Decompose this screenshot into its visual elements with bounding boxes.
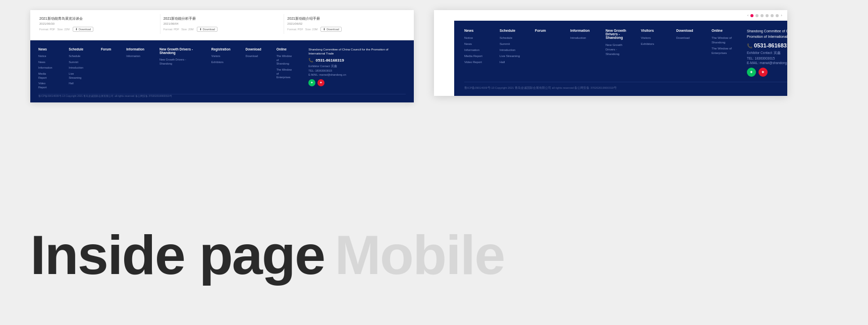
fp-large-download-item: Download (676, 36, 701, 40)
fp-nav-col-online: Online The Window ofShandong The Window … (277, 47, 294, 90)
fp-nav-heading-online: Online (277, 47, 294, 51)
fp-large-growth-item: New Growth Drivers - Shandong (606, 43, 631, 57)
fp-nav-news: News (38, 61, 53, 65)
download-btn-1[interactable]: ⬇ Download (73, 27, 93, 32)
fp-large-col-schedule: Schedule Schedule Summit Introduction Li… (500, 29, 525, 77)
fp-nav-window-ent: The Window ofEnterprises (277, 68, 294, 80)
fp-large-intro: Introduction (500, 48, 525, 52)
fp-large-exhibitor-contact: Exhibitor Contact: 宾鑫 (747, 51, 787, 56)
fp-nav-heading-info: Information (126, 47, 144, 51)
fp-nav-heading-forum: Forum (101, 47, 111, 51)
fp-large-weibo-btn[interactable]: ✦ (758, 68, 768, 77)
fp-nav-col-growth: New Growth Drivers -Shandong New Growth … (159, 47, 196, 90)
fp-large-heading-online: Online (712, 29, 737, 32)
card-title-3: 2021新动能介绍手册 (287, 16, 405, 21)
fp-right-contact: Shandong Committee of China Council for … (308, 47, 406, 90)
fp-nav-notice: Notice (38, 55, 53, 59)
mobile-label: Mobile (335, 223, 504, 287)
left-footer-preview: News Notice News Information Media Repor… (30, 40, 414, 102)
fp-nav-col-info: Information Information (126, 47, 144, 90)
fp-nav-exhibitors: Exhibitors (211, 61, 231, 65)
fp-large-wechat-btn[interactable]: ✦ (747, 68, 756, 77)
fp-large-info-item: Introduction (570, 36, 595, 40)
fp-nav-video: Video Report (38, 82, 53, 89)
fp-large-heading-news: News (464, 29, 490, 32)
inside-page-label: Inside page (30, 223, 324, 287)
download-icon-2: ⬇ (199, 28, 202, 31)
download-cards-row: 2021新动能青岛展览洽谈会 2021/06/30 Format: PDF Si… (30, 10, 414, 40)
pagination-next[interactable]: › (781, 13, 782, 18)
download-btn-2[interactable]: ⬇ Download (197, 27, 218, 32)
fp-large-org-name: Shandong Committee of China Council for … (747, 29, 787, 39)
fp-nav-col-reg: Registration Visitors Exhibitors (211, 47, 231, 90)
fp-large-heading-download: Download (676, 29, 701, 32)
fp-nav-summit: Summit (69, 61, 86, 65)
fp-nav-media: Media Report (38, 72, 53, 80)
fp-large-copyright: 鲁ICP备09014009号-13 Copyright 2021 青岛金诚国际会… (464, 82, 787, 90)
fp-large-col-growth: New Growth Drivers -Shandong New Growth … (606, 29, 631, 77)
fp-large-col-online: Online The Window ofShandong The Window … (712, 29, 737, 77)
fp-nav-window-sd: The Window ofShandong (277, 55, 294, 66)
fp-large-phone: 📞 0531-86168319 (747, 42, 787, 48)
card-size-1: Size: 22M (57, 28, 69, 31)
download-label-2: Download (203, 28, 215, 31)
fp-nav-heading-news: News (38, 47, 53, 51)
fp-nav: News Notice News Information Media Repor… (38, 47, 406, 90)
fp-large-window-sd: The Window ofShandong (712, 36, 737, 45)
pagination-dot-4 (766, 14, 769, 17)
fp-nav-col-schedule: Schedule Schedule Summit Introduction Li… (69, 47, 86, 90)
card-meta-1: Format: PDF (39, 28, 55, 31)
fp-large-phone-num: 0531-86168319 (754, 42, 787, 48)
fp-exhibitor-contact: Exhibitor Contact: 宾鑫 (308, 65, 337, 68)
card-date-1: 2021/06/30 (39, 22, 157, 25)
fp-large-social-buttons: ✦ ✦ (747, 68, 787, 77)
pagination-prev[interactable]: ‹ (747, 13, 749, 18)
pagination-dot-1 (750, 14, 753, 17)
download-card-2: 2021新动能分析手册 2021/06/04 Format: PDF Size:… (160, 14, 285, 34)
download-card-3: 2021新动能介绍手册 2021/06/02 Format: PDF Size:… (284, 14, 408, 34)
fp-copyright-left: 鲁ICP备09014009号-13 Copyright 2021 青岛金诚国际会… (38, 94, 406, 97)
fp-large-live: Live Streaming (500, 54, 525, 59)
card-size-2: Size: 20M (181, 28, 193, 31)
left-preview: 2021新动能青岛展览洽谈会 2021/06/30 Format: PDF Si… (30, 5, 414, 172)
fp-large-col-news: News Notice News Information Media Repor… (464, 29, 490, 77)
fp-org-name: Shandong Committee of China Council for … (308, 47, 406, 56)
fp-nav-heading-schedule: Schedule (69, 47, 86, 51)
download-icon-1: ⬇ (75, 28, 78, 31)
preview-container-left: 2021新动能青岛展览洽谈会 2021/06/30 Format: PDF Si… (30, 10, 414, 102)
fp-nav-info-item: Information (126, 55, 144, 59)
fp-large-phone-icon: 📞 (747, 43, 752, 48)
fp-nav-col-news: News Notice News Information Media Repor… (38, 47, 53, 90)
download-label-1: Download (79, 28, 91, 31)
wechat-btn[interactable]: ✦ (308, 79, 315, 86)
card-title-1: 2021新动能青岛展览洽谈会 (39, 16, 157, 21)
card-date-2: 2021/06/04 (164, 22, 281, 25)
fp-large-col-visitors: Visitors Visitors Exhibitors (641, 29, 666, 77)
card-meta-3: Format: PDF (287, 28, 303, 31)
fp-large-email: E-MAIL: manwi@shandong.cn (747, 61, 787, 65)
download-btn-3[interactable]: ⬇ Download (320, 27, 341, 32)
card-title-2: 2021新动能分析手册 (164, 16, 281, 21)
fp-nav-heading-reg: Registration (211, 47, 231, 51)
fp-large-hall: Hall (500, 60, 525, 65)
fp-nav-heading-download: Download (246, 47, 261, 51)
fp-nav-intro: Introduction (69, 66, 86, 70)
pagination-dot-5 (771, 14, 774, 17)
fp-large-nav: News Notice News Information Media Repor… (464, 29, 787, 77)
weibo-btn[interactable]: ✦ (317, 79, 324, 86)
fp-large-heading-forum: Forum (535, 29, 560, 32)
right-preview: ‹ › News Notice News (434, 5, 787, 172)
pagination-dot-3 (761, 14, 764, 17)
fp-email: E-MAIL: manwi@shandong.cn (308, 73, 346, 76)
fp-phone: 📞 0531-86168319 (308, 58, 344, 63)
fp-large-schedule: Schedule (500, 36, 525, 40)
fp-large-exhibitors: Exhibitors (641, 42, 666, 46)
phone-icon: 📞 (308, 58, 313, 63)
download-label-3: Download (327, 28, 339, 31)
preview-container-right: ‹ › News Notice News (434, 10, 787, 96)
fp-large-tel: TEL: 18363003015 (747, 57, 787, 60)
fp-large-video: Video Report (464, 60, 490, 65)
fp-nav-growth-item: New Growth Drivers - Shandong (159, 58, 196, 66)
fp-nav-live: Live Streaming (69, 72, 86, 80)
fp-nav-download-item: Download (246, 55, 261, 59)
